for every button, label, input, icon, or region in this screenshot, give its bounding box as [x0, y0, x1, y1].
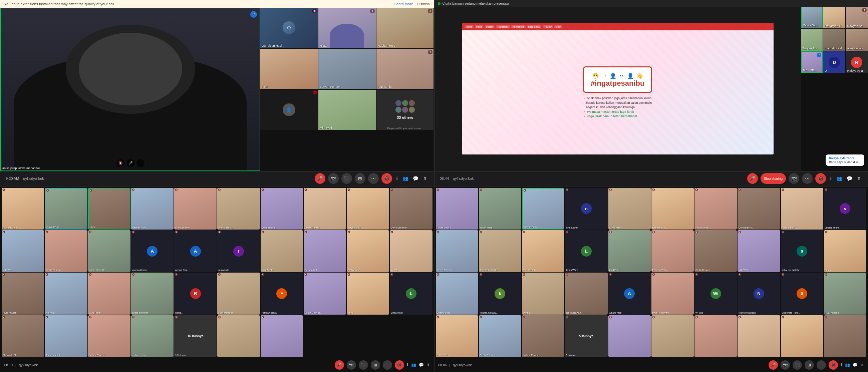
- end-call-button[interactable]: 📵: [815, 173, 826, 184]
- activities-icon[interactable]: ⬆: [856, 175, 862, 183]
- screen-share-button[interactable]: ⬛: [341, 173, 352, 184]
- meeting-time: 08.06: [438, 363, 447, 367]
- mic-status-icon: 🔇: [825, 188, 828, 191]
- people-icon[interactable]: 👥: [835, 175, 843, 183]
- camera-button[interactable]: 📷: [347, 360, 356, 370]
- participant-video: [347, 273, 389, 314]
- camera-button[interactable]: 📷: [328, 173, 339, 184]
- mic-status-icon: 🔇: [695, 316, 698, 319]
- activities-icon[interactable]: ⬆: [427, 363, 430, 367]
- avatar-circle: s: [797, 246, 807, 256]
- info-icon[interactable]: ℹ: [407, 363, 408, 367]
- participant-tile: 🔇: [824, 315, 866, 357]
- mic-button[interactable]: 🎤: [769, 360, 778, 370]
- participant-name-label: ria ria: [348, 312, 354, 314]
- participant-video: [217, 315, 260, 357]
- chat-bubble-text: Barte saya sudah dikit...: [829, 160, 861, 164]
- participant-tile: 🔇bukan biasa Ch...: [88, 230, 130, 272]
- participant-video: [694, 230, 737, 272]
- slide-insert-btn[interactable]: Insert: [475, 25, 484, 28]
- more-options-button[interactable]: ⋯: [368, 173, 379, 184]
- mic-button[interactable]: 🎤: [315, 173, 326, 184]
- camera-button[interactable]: 📷: [781, 360, 790, 370]
- end-call-button[interactable]: 📵: [381, 173, 392, 184]
- info-icon[interactable]: ℹ: [395, 175, 399, 183]
- slide-animations-btn[interactable]: Animations: [511, 25, 526, 28]
- mic-status-icon: 🔇: [89, 231, 92, 234]
- participant-video: [390, 230, 432, 272]
- participant-name-label: Nunik Wulandari: [739, 312, 755, 314]
- mic-status-icon: 🔇: [175, 231, 178, 234]
- slide-review-btn[interactable]: Review: [542, 25, 553, 28]
- chat-icon[interactable]: 💬: [852, 363, 858, 367]
- activities-button[interactable]: ⊞: [355, 173, 365, 184]
- activities-icon[interactable]: ⬆: [422, 175, 429, 183]
- chat-icon[interactable]: 💬: [845, 175, 854, 183]
- people-icon[interactable]: 👥: [401, 175, 409, 183]
- mic-status-icon: 🔇: [781, 273, 784, 276]
- mic-status-icon: 🔇: [738, 316, 741, 319]
- participant-tile: v🔇vaneza kirana: [824, 188, 866, 229]
- stop-share-button[interactable]: Stop sharing: [761, 173, 786, 184]
- main-speaker-name: anisa puspitaloka manadewi: [2, 166, 40, 170]
- activities-icon[interactable]: ⬆: [860, 363, 864, 367]
- mic-status-icon: 🔇: [523, 231, 526, 234]
- participant-tile: 🔇Aura Shafa: [260, 230, 303, 272]
- bottom-left-quadrant: 🔇Rayhan Ardian...🔇Suryari Purn...🔇Nilato…: [0, 186, 434, 372]
- camera-button[interactable]: 📷: [788, 173, 799, 184]
- mic-status-icon: 🔇: [132, 316, 135, 319]
- participant-name-label: ria ria: [825, 269, 831, 271]
- avatar-circle: A: [190, 246, 201, 256]
- more-options-button[interactable]: ⋯: [383, 360, 392, 370]
- people-icon[interactable]: 👥: [845, 363, 850, 367]
- thumb-cicilia: Cicilia Bangun: [801, 7, 823, 28]
- slide-transitions-btn[interactable]: Transitions: [496, 25, 510, 28]
- end-call-button[interactable]: 📵: [829, 360, 838, 370]
- participant-name-label: Nabhan Rury: [652, 226, 666, 229]
- slide-slideshow-btn[interactable]: Slide Show: [527, 25, 541, 28]
- mic-button[interactable]: 🎤: [335, 360, 344, 370]
- participant-video: [781, 188, 823, 229]
- participant-video: [260, 188, 303, 229]
- participant-video: [694, 188, 737, 229]
- chat-icon[interactable]: 💬: [411, 175, 420, 183]
- mic-status-icon: 🔇: [781, 188, 784, 191]
- participant-name-label: wynna: [523, 312, 530, 314]
- others-avatar: [402, 107, 408, 113]
- learn-more-link[interactable]: Learn more: [395, 2, 413, 6]
- info-icon[interactable]: ℹ: [829, 175, 833, 183]
- screen-share-button[interactable]: ⬛: [793, 360, 802, 370]
- activities-button[interactable]: ⊞: [371, 360, 380, 370]
- more-options-button[interactable]: ⋯: [802, 173, 813, 184]
- end-call-button[interactable]: 📵: [395, 360, 404, 370]
- participant-name-label: 5 lainnya: [566, 354, 575, 356]
- participant-video: [45, 188, 87, 229]
- thumb-label: Mila Wati: [320, 126, 332, 129]
- screen-share-button[interactable]: ⬛: [359, 360, 368, 370]
- meeting-id: qyf-sdyo-knk: [453, 363, 766, 367]
- mic-status-icon: 🔇: [261, 188, 264, 191]
- participant-tile: 🔇Nia Ania: [45, 273, 87, 314]
- participant-video: [436, 315, 478, 357]
- activities-button[interactable]: ⊞: [805, 360, 814, 370]
- participant-video: [523, 188, 564, 229]
- mic-status-icon: 🔇: [304, 231, 307, 234]
- more-options-button[interactable]: ⋯: [816, 360, 826, 370]
- participant-name-label: Cicilia Bangun: [695, 269, 711, 271]
- slide-design-btn[interactable]: Design: [485, 25, 495, 28]
- participant-video: [436, 188, 478, 229]
- mic-status-icon: 🔇: [695, 273, 698, 276]
- people-icon[interactable]: 👥: [411, 363, 416, 367]
- participant-tile: 🔇Nilatot: [88, 188, 130, 229]
- participant-name-label: Zaini Fauzi: [89, 312, 100, 314]
- dismiss-button[interactable]: Dismiss: [417, 2, 430, 6]
- participant-name-label: Rayhan Ardian...: [3, 226, 20, 229]
- slide-view-btn[interactable]: View: [554, 25, 562, 28]
- participant-name-label: Rival Khadafi: [3, 312, 17, 314]
- chat-icon[interactable]: 💬: [419, 363, 424, 367]
- slide-home-btn[interactable]: Home: [465, 25, 473, 28]
- thumb-alanta: alantayakira: [846, 29, 868, 51]
- mic-button[interactable]: 🎤: [747, 173, 758, 184]
- mic-status-icon: 🔇: [825, 231, 828, 234]
- info-icon[interactable]: ℹ: [841, 363, 842, 367]
